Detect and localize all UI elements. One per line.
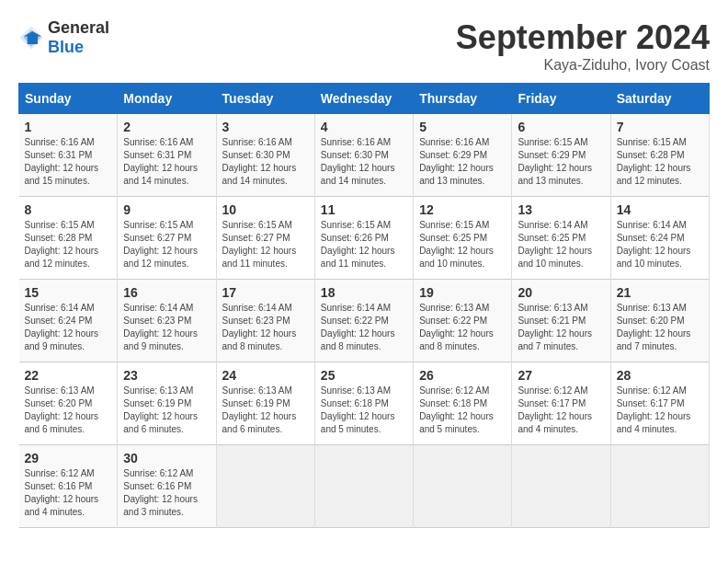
sunrise-text: Sunrise: 6:15 AM — [321, 220, 391, 230]
daylight-text: Daylight: 12 hours and 8 minutes. — [419, 328, 494, 351]
sunset-text: Sunset: 6:23 PM — [222, 316, 290, 326]
day-number: 19 — [419, 285, 506, 300]
day-info: Sunrise: 6:15 AM Sunset: 6:27 PM Dayligh… — [123, 219, 210, 270]
sunset-text: Sunset: 6:31 PM — [123, 150, 191, 160]
day-number: 6 — [518, 120, 604, 134]
logo-wordmark: General Blue — [48, 18, 109, 57]
calendar-day-cell: 15 Sunrise: 6:14 AM Sunset: 6:24 PM Dayl… — [19, 280, 118, 362]
sunrise-text: Sunrise: 6:14 AM — [222, 303, 292, 313]
day-info: Sunrise: 6:15 AM Sunset: 6:29 PM Dayligh… — [518, 136, 604, 188]
day-info: Sunrise: 6:12 AM Sunset: 6:16 PM Dayligh… — [25, 467, 112, 519]
daylight-text: Daylight: 12 hours and 14 minutes. — [321, 163, 395, 186]
sunset-text: Sunset: 6:24 PM — [25, 316, 93, 326]
daylight-text: Daylight: 12 hours and 8 minutes. — [321, 328, 395, 351]
calendar-day-cell: 16 Sunrise: 6:14 AM Sunset: 6:23 PM Dayl… — [118, 280, 216, 362]
daylight-text: Daylight: 12 hours and 8 minutes. — [222, 328, 297, 351]
calendar-day-cell: 12 Sunrise: 6:15 AM Sunset: 6:25 PM Dayl… — [414, 197, 512, 280]
daylight-text: Daylight: 12 hours and 7 minutes. — [518, 328, 592, 351]
day-info: Sunrise: 6:15 AM Sunset: 6:28 PM Dayligh… — [617, 136, 703, 188]
day-number: 5 — [419, 120, 506, 134]
day-number: 7 — [617, 120, 703, 134]
page-header: General Blue September 2024 Kaya-Ziduho,… — [18, 18, 710, 74]
sunset-text: Sunset: 6:19 PM — [222, 398, 290, 408]
daylight-text: Daylight: 12 hours and 5 minutes. — [419, 411, 494, 434]
calendar-day-cell — [610, 445, 709, 528]
sunset-text: Sunset: 6:29 PM — [419, 150, 487, 160]
daylight-text: Daylight: 12 hours and 4 minutes. — [617, 411, 691, 434]
sunrise-text: Sunrise: 6:15 AM — [222, 220, 292, 230]
calendar-day-cell: 30 Sunrise: 6:12 AM Sunset: 6:16 PM Dayl… — [118, 445, 216, 528]
sunset-text: Sunset: 6:31 PM — [25, 150, 93, 160]
sunset-text: Sunset: 6:20 PM — [25, 398, 93, 408]
calendar-day-cell: 5 Sunrise: 6:16 AM Sunset: 6:29 PM Dayli… — [414, 114, 512, 197]
daylight-text: Daylight: 12 hours and 6 minutes. — [123, 411, 198, 434]
header-monday: Monday — [118, 84, 216, 114]
header-saturday: Saturday — [610, 84, 709, 114]
sunrise-text: Sunrise: 6:15 AM — [25, 220, 95, 230]
sunrise-text: Sunrise: 6:15 AM — [419, 220, 489, 230]
sunset-text: Sunset: 6:19 PM — [123, 398, 191, 408]
calendar-day-cell: 20 Sunrise: 6:13 AM Sunset: 6:21 PM Dayl… — [512, 280, 610, 362]
calendar-header-row: Sunday Monday Tuesday Wednesday Thursday… — [19, 84, 710, 114]
day-info: Sunrise: 6:14 AM Sunset: 6:24 PM Dayligh… — [617, 219, 703, 270]
sunrise-text: Sunrise: 6:16 AM — [25, 137, 95, 147]
calendar-day-cell: 26 Sunrise: 6:12 AM Sunset: 6:18 PM Dayl… — [414, 362, 512, 445]
sunset-text: Sunset: 6:21 PM — [518, 316, 586, 326]
day-info: Sunrise: 6:12 AM Sunset: 6:18 PM Dayligh… — [419, 385, 506, 436]
day-number: 29 — [25, 451, 112, 465]
calendar-day-cell: 2 Sunrise: 6:16 AM Sunset: 6:31 PM Dayli… — [118, 114, 216, 197]
sunset-text: Sunset: 6:18 PM — [419, 398, 487, 408]
calendar-day-cell: 11 Sunrise: 6:15 AM Sunset: 6:26 PM Dayl… — [314, 197, 413, 280]
daylight-text: Daylight: 12 hours and 3 minutes. — [123, 494, 198, 517]
title-area: September 2024 Kaya-Ziduho, Ivory Coast — [456, 18, 710, 74]
sunrise-text: Sunrise: 6:14 AM — [321, 303, 391, 313]
sunrise-text: Sunrise: 6:13 AM — [419, 303, 489, 313]
day-info: Sunrise: 6:14 AM Sunset: 6:25 PM Dayligh… — [518, 219, 604, 270]
day-info: Sunrise: 6:15 AM Sunset: 6:28 PM Dayligh… — [25, 219, 112, 270]
daylight-text: Daylight: 12 hours and 12 minutes. — [123, 246, 198, 269]
day-info: Sunrise: 6:13 AM Sunset: 6:18 PM Dayligh… — [321, 385, 407, 436]
sunrise-text: Sunrise: 6:13 AM — [617, 303, 687, 313]
daylight-text: Daylight: 12 hours and 9 minutes. — [25, 328, 99, 351]
daylight-text: Daylight: 12 hours and 11 minutes. — [222, 246, 297, 269]
day-number: 18 — [321, 285, 407, 300]
day-info: Sunrise: 6:12 AM Sunset: 6:17 PM Dayligh… — [617, 385, 703, 436]
calendar-day-cell — [314, 445, 413, 528]
day-number: 21 — [617, 285, 703, 300]
calendar-day-cell: 21 Sunrise: 6:13 AM Sunset: 6:20 PM Dayl… — [610, 280, 709, 362]
logo-general-text: General — [48, 18, 109, 37]
sunrise-text: Sunrise: 6:14 AM — [617, 220, 687, 230]
calendar-week-row: 22 Sunrise: 6:13 AM Sunset: 6:20 PM Dayl… — [19, 362, 710, 445]
day-number: 20 — [518, 285, 604, 300]
day-info: Sunrise: 6:13 AM Sunset: 6:20 PM Dayligh… — [25, 385, 112, 436]
calendar-day-cell: 22 Sunrise: 6:13 AM Sunset: 6:20 PM Dayl… — [19, 362, 118, 445]
sunset-text: Sunset: 6:27 PM — [222, 233, 290, 243]
day-number: 25 — [321, 368, 407, 383]
day-info: Sunrise: 6:14 AM Sunset: 6:23 PM Dayligh… — [123, 302, 210, 353]
day-info: Sunrise: 6:16 AM Sunset: 6:31 PM Dayligh… — [123, 136, 210, 188]
daylight-text: Daylight: 12 hours and 13 minutes. — [419, 163, 494, 186]
day-info: Sunrise: 6:15 AM Sunset: 6:26 PM Dayligh… — [321, 219, 407, 270]
day-number: 13 — [518, 202, 604, 217]
calendar-day-cell: 24 Sunrise: 6:13 AM Sunset: 6:19 PM Dayl… — [216, 362, 314, 445]
sunset-text: Sunset: 6:28 PM — [617, 150, 685, 160]
day-number: 3 — [222, 120, 309, 134]
calendar-week-row: 15 Sunrise: 6:14 AM Sunset: 6:24 PM Dayl… — [19, 280, 710, 362]
day-number: 11 — [321, 202, 407, 217]
calendar-day-cell: 18 Sunrise: 6:14 AM Sunset: 6:22 PM Dayl… — [314, 280, 413, 362]
calendar-day-cell: 3 Sunrise: 6:16 AM Sunset: 6:30 PM Dayli… — [216, 114, 314, 197]
daylight-text: Daylight: 12 hours and 4 minutes. — [25, 494, 99, 517]
sunrise-text: Sunrise: 6:14 AM — [123, 303, 193, 313]
daylight-text: Daylight: 12 hours and 6 minutes. — [222, 411, 297, 434]
sunrise-text: Sunrise: 6:14 AM — [25, 303, 95, 313]
day-number: 30 — [123, 451, 210, 465]
sunset-text: Sunset: 6:17 PM — [617, 398, 685, 408]
daylight-text: Daylight: 12 hours and 12 minutes. — [617, 163, 691, 186]
calendar-day-cell: 23 Sunrise: 6:13 AM Sunset: 6:19 PM Dayl… — [118, 362, 216, 445]
logo: General Blue — [18, 18, 109, 57]
day-info: Sunrise: 6:12 AM Sunset: 6:17 PM Dayligh… — [518, 385, 604, 436]
daylight-text: Daylight: 12 hours and 13 minutes. — [518, 163, 592, 186]
sunset-text: Sunset: 6:17 PM — [518, 398, 586, 408]
calendar-week-row: 29 Sunrise: 6:12 AM Sunset: 6:16 PM Dayl… — [19, 445, 710, 528]
day-number: 8 — [25, 202, 112, 217]
